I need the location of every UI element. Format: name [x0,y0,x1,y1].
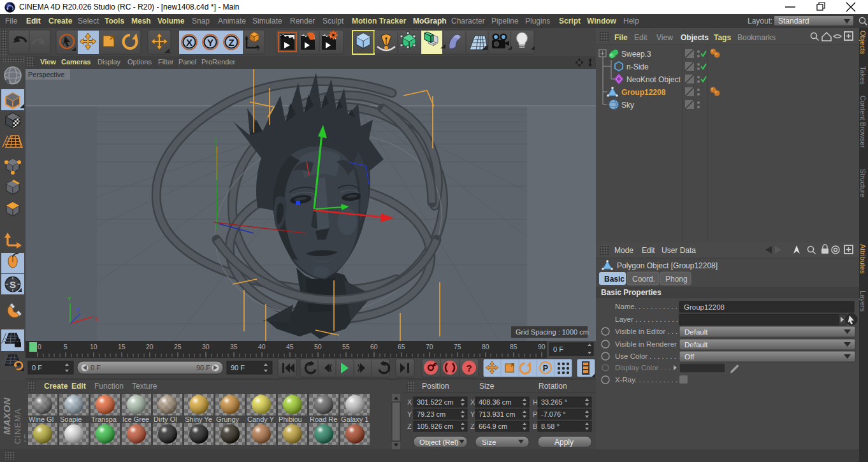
svg-text:B: B [533,422,537,430]
svg-text:Group12208: Group12208 [621,88,666,97]
svg-text:60: 60 [370,343,378,350]
svg-text:8.58 °: 8.58 ° [541,422,560,430]
svg-text:Group12208: Group12208 [684,303,725,311]
svg-text:P: P [543,364,548,373]
svg-text:NeoKnot Object: NeoKnot Object [626,75,681,84]
svg-text:55: 55 [342,343,350,350]
svg-text:Y: Y [207,37,213,48]
svg-text:-7.076 °: -7.076 ° [541,410,566,418]
svg-text:0: 0 [38,343,41,350]
svg-text:X: X [95,315,99,322]
svg-text:Layer . . . . . . . . . . . .: Layer . . . . . . . . . . . . . [615,315,686,323]
svg-text:Name. . . . . . . . . . . . .: Name. . . . . . . . . . . . . [615,303,686,310]
svg-text:713.931 cm: 713.931 cm [479,410,515,418]
svg-text:Road Re: Road Re [310,415,337,423]
svg-text:Edit: Edit [634,33,647,42]
svg-text:View: View [656,33,673,42]
svg-text:Sky: Sky [621,101,634,110]
svg-text:70: 70 [426,343,433,350]
svg-text:Tags: Tags [714,33,731,42]
svg-text:X: X [470,398,475,406]
svg-text:20: 20 [146,343,154,350]
svg-text:Size: Size [479,382,495,391]
svg-text:33.265 °: 33.265 ° [541,398,567,406]
svg-text:45: 45 [286,343,294,350]
svg-text:40: 40 [258,343,266,350]
svg-text:P: P [533,410,537,418]
svg-text:Dirty Ol: Dirty Ol [154,415,177,423]
svg-text:Grungy: Grungy [216,415,240,423]
svg-text:Phong: Phong [665,275,688,284]
svg-text:Galaxy 1: Galaxy 1 [341,415,368,423]
svg-text:0 F: 0 F [32,364,42,372]
svg-text:Y: Y [68,296,71,302]
svg-text:Sweep.3: Sweep.3 [621,50,651,59]
svg-text:90 F: 90 F [196,364,210,372]
svg-text:S: S [10,279,16,290]
svg-text:Basic: Basic [604,275,625,284]
svg-text:Grid Spacing : 1000 cm: Grid Spacing : 1000 cm [516,328,589,336]
svg-text:Polygon Object [Group12208]: Polygon Object [Group12208] [617,261,718,270]
svg-text:Bookmarks: Bookmarks [737,33,776,42]
svg-text:Coord.: Coord. [632,275,655,284]
svg-text:10: 10 [90,343,98,350]
svg-text:Mode: Mode [614,246,633,255]
svg-text:79.23 cm: 79.23 cm [417,410,445,418]
svg-text:80: 80 [482,343,489,350]
svg-text:65: 65 [398,343,405,350]
svg-text:?: ? [466,363,472,373]
svg-text:Ice Gree: Ice Gree [122,415,149,423]
svg-text:75: 75 [454,343,461,350]
svg-text:Apply: Apply [554,438,574,447]
svg-text:Z: Z [228,37,234,48]
svg-text:30: 30 [202,343,210,350]
svg-text:664.9 cm: 664.9 cm [479,422,507,430]
svg-text:Basic Properties: Basic Properties [601,288,662,297]
svg-text:35: 35 [230,343,238,350]
svg-text:File: File [614,33,628,42]
svg-text:Z: Z [470,422,475,430]
svg-text:408.36 cm: 408.36 cm [479,398,511,406]
svg-text:X: X [186,37,192,48]
svg-text:Create: Create [44,382,68,391]
svg-text:Edit: Edit [642,246,655,255]
svg-text:Transpa: Transpa [91,415,117,423]
svg-text:X-Ray. . . . . . . . . . . . .: X-Ray. . . . . . . . . . . . . [615,376,686,384]
svg-text:90 F: 90 F [231,364,245,372]
svg-text:User Data: User Data [662,246,696,255]
svg-text:Wine Gl: Wine Gl [29,415,54,423]
svg-text:Display Color . . . .: Display Color . . . . [615,364,675,372]
svg-text:0 F: 0 F [553,345,563,353]
svg-text:Perspective: Perspective [28,71,64,78]
svg-text:Phibiou: Phibiou [278,415,302,423]
svg-text:Texture: Texture [132,382,157,391]
svg-text:Visible in Editor . . .: Visible in Editor . . . [615,328,677,335]
svg-text:H: H [533,398,538,406]
svg-text:Size: Size [482,438,496,446]
svg-text:85: 85 [510,343,517,350]
svg-text:Soapie: Soapie [60,415,82,423]
svg-text:Z: Z [76,307,80,314]
svg-text:90: 90 [538,343,546,350]
svg-text:50: 50 [314,343,322,350]
svg-text:Default: Default [684,328,708,336]
svg-text:Use Color . . . . . . . . .: Use Color . . . . . . . . . [615,352,684,360]
svg-text:Function: Function [94,382,124,391]
svg-text:n-Side: n-Side [626,62,649,71]
svg-text:X: X [407,398,412,406]
svg-text:Shiny Ye: Shiny Ye [185,415,212,423]
svg-text:Objects: Objects [681,33,709,42]
svg-text:Visible in Renderer: Visible in Renderer [615,340,677,348]
svg-text:Y: Y [470,410,475,418]
svg-text:Rotation: Rotation [539,382,567,391]
svg-text:5: 5 [64,343,68,350]
svg-text:Z: Z [407,422,412,430]
svg-text:Edit: Edit [71,382,86,391]
svg-text:25: 25 [174,343,182,350]
svg-text:15: 15 [118,343,126,350]
svg-text:Default: Default [684,341,708,349]
svg-text:Y: Y [407,410,412,418]
svg-text:Object (Rel): Object (Rel) [419,438,459,446]
svg-text:301.522 cm: 301.522 cm [417,398,453,406]
svg-text:Candy Y: Candy Y [247,415,275,423]
